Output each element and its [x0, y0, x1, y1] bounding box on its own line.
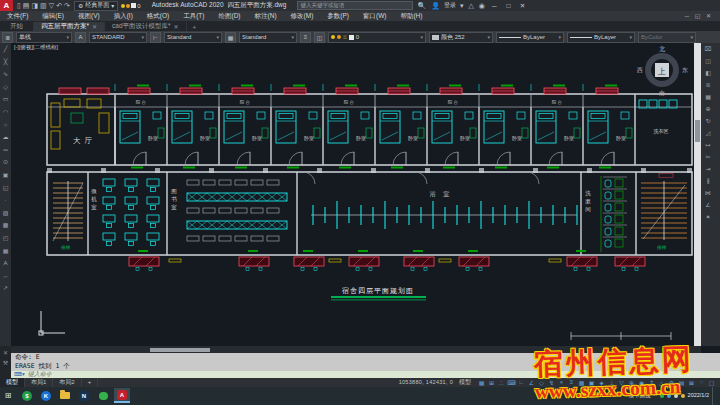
move-icon[interactable]: ⊕ [703, 103, 713, 115]
sign-in-link[interactable]: 登录 [444, 1, 456, 10]
mirror-icon[interactable]: ◧ [703, 67, 713, 79]
taskbar-clock[interactable]: 2022/1/2 [688, 392, 709, 399]
menu-format[interactable]: 格式(O) [140, 12, 176, 21]
text-style-icon[interactable]: A [75, 32, 86, 43]
menu-file[interactable]: 文件(F) [0, 12, 35, 21]
insert-block-icon[interactable]: ▣ [1, 169, 11, 182]
make-block-icon[interactable]: ◱ [1, 182, 11, 195]
trim-icon[interactable]: ✂ [703, 151, 713, 163]
taskbar-app-k[interactable]: K [38, 388, 54, 403]
osnap-3d-icon[interactable]: ◈ [597, 379, 606, 386]
dynamic-input-icon[interactable]: ⌨ [507, 379, 516, 386]
cart-icon[interactable]: ▾ [459, 0, 465, 11]
polyline-icon[interactable]: ∿ [1, 68, 11, 81]
revcloud-icon[interactable]: ☁ [1, 131, 11, 144]
alert-icon[interactable]: △ [467, 0, 474, 11]
tray-volume-icon[interactable] [674, 394, 678, 398]
tray-update-icon[interactable] [681, 394, 685, 398]
search-input[interactable]: 键入关键字或短语 [297, 1, 413, 10]
gizmo-icon[interactable]: ⊕ [627, 379, 636, 386]
tab-layout2[interactable]: 布局2 [53, 378, 81, 387]
text-style-dropdown[interactable]: STANDARD▾ [89, 32, 147, 43]
taskbar-app-explorer[interactable] [57, 388, 73, 403]
tray-caret-icon[interactable]: ^ [654, 393, 657, 399]
lineweight-dropdown[interactable]: ByLayer▾ [567, 32, 635, 43]
taskbar-app-finance[interactable]: $ [19, 388, 35, 403]
taskbar-app-autocad[interactable]: A [114, 388, 130, 403]
snap-icon[interactable]: ⊞ [487, 379, 496, 386]
transparency-icon[interactable]: ▩ [577, 379, 586, 386]
array-icon[interactable]: ▦ [703, 91, 713, 103]
rotate-icon[interactable]: ↻ [703, 115, 713, 127]
lock-ui-icon[interactable]: ⊠ [687, 379, 696, 386]
otrack-icon[interactable]: ↯ [547, 379, 556, 386]
help-icon[interactable]: ◉ [478, 0, 486, 11]
tab-model[interactable]: 模型 [0, 378, 25, 387]
table-icon[interactable]: ▦ [1, 245, 11, 258]
join-icon[interactable]: ⋈ [703, 187, 713, 199]
horizontal-scrollbar-thumb[interactable] [150, 348, 210, 352]
save-icon[interactable]: ◨ [30, 0, 39, 11]
offset-icon[interactable]: ≋ [703, 79, 713, 91]
annotation-scale-icon[interactable]: △ [657, 379, 666, 386]
erase-icon[interactable]: ⌧ [703, 43, 713, 55]
tab-drawing-2[interactable]: cad平面设计模型库* ✕ [105, 22, 187, 31]
arc-icon[interactable]: ◠ [1, 106, 11, 119]
grid-icon[interactable]: ▦ [477, 379, 486, 386]
menu-help[interactable]: 帮助(H) [393, 12, 429, 21]
show-desktop-button[interactable] [712, 387, 716, 405]
gradient-icon[interactable]: ▩ [1, 219, 11, 232]
annotation-vis-icon[interactable]: ◉ [637, 379, 646, 386]
color-dropdown[interactable]: 颜色 252▾ [429, 32, 493, 43]
close-tab-icon[interactable]: ✕ [92, 23, 97, 30]
tab-start[interactable]: 开始 [0, 22, 34, 31]
clean-screen-icon[interactable]: ▢ [707, 379, 716, 386]
start-button[interactable]: ⊞ [0, 391, 16, 400]
selection-cycling-icon[interactable]: ▣ [587, 379, 596, 386]
break-icon[interactable]: ∦ [703, 175, 713, 187]
dim-style-icon[interactable]: ⊢ [150, 32, 161, 43]
dynamic-ucs-icon[interactable]: ⊥ [607, 379, 616, 386]
plot-icon[interactable]: ▽ [48, 0, 55, 11]
copy-icon[interactable]: ◫ [703, 55, 713, 67]
menu-edit[interactable]: 编辑(E) [35, 12, 71, 21]
autocad-logo[interactable]: A [0, 0, 13, 11]
close-command-icon[interactable]: ✕ [3, 349, 8, 356]
infer-icon[interactable]: ∴ [497, 379, 506, 386]
menu-draw[interactable]: 绘图(D) [212, 12, 248, 21]
mline-style-dropdown[interactable]: 单线▾ [16, 32, 72, 43]
search-icon[interactable]: 🔍 [416, 0, 427, 11]
ortho-icon[interactable]: ∟ [517, 379, 526, 385]
circle-icon[interactable]: ○ [1, 119, 11, 132]
extend-icon[interactable]: ⇥ [703, 163, 713, 175]
rectangle-icon[interactable]: ▭ [1, 93, 11, 106]
menu-tools[interactable]: 工具(T) [176, 12, 211, 21]
open-icon[interactable]: ▤ [22, 0, 31, 11]
menu-window[interactable]: 窗口(W) [356, 12, 393, 21]
selection-filter-icon[interactable]: ▽ [617, 379, 626, 386]
customize-command-icon[interactable]: ⚒ [3, 359, 8, 366]
table-style-icon[interactable]: ▦ [225, 32, 236, 43]
lineweight-icon[interactable]: ≡ [567, 379, 576, 385]
spline-icon[interactable]: ∾ [1, 144, 11, 157]
close-tab-icon[interactable]: ✕ [174, 23, 179, 30]
vertical-scrollbar-thumb[interactable] [695, 120, 700, 142]
dimension-icon[interactable]: ↔ [1, 270, 11, 283]
viewport-controls[interactable]: [-][俯视][二维线框] [14, 44, 58, 51]
layer-properties-icon[interactable]: ≡ [300, 32, 311, 43]
layer-dropdown[interactable]: ⚿ 0▾ [328, 32, 426, 43]
chamfer-icon[interactable]: ∠ [703, 199, 713, 211]
linetype-dropdown[interactable]: ByLayer▾ [496, 32, 564, 43]
autoscale-icon[interactable]: ⇕ [647, 379, 656, 386]
tray-wechat-icon[interactable] [660, 394, 664, 398]
hatch-icon[interactable]: ▨ [1, 207, 11, 220]
region-icon[interactable]: ◰ [1, 232, 11, 245]
taskbar-app-navisworks[interactable]: N [76, 388, 92, 403]
minimize-button[interactable]: ─ [489, 2, 500, 9]
layer-states-icon[interactable]: ◫ [314, 32, 325, 43]
undo-icon[interactable]: ↶ [55, 0, 63, 11]
redo-icon[interactable]: ↷ [63, 0, 71, 11]
document-window-controls[interactable]: ─ ◱ ✕ [685, 12, 717, 19]
menu-view[interactable]: 视图(V) [71, 12, 107, 21]
new-layout-button[interactable]: + [82, 378, 99, 387]
